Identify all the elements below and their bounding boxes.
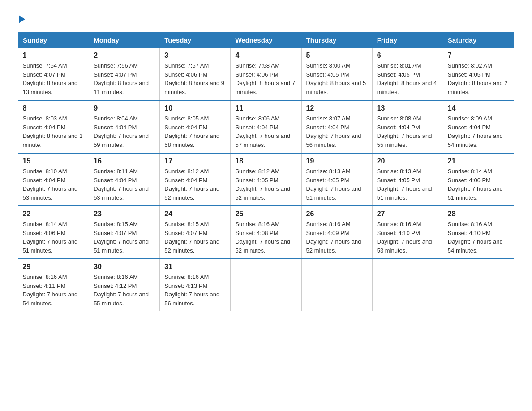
calendar-cell: 27 Sunrise: 8:16 AM Sunset: 4:10 PM Dayl… bbox=[372, 206, 443, 259]
calendar-cell bbox=[301, 259, 372, 311]
day-info: Sunrise: 8:10 AM Sunset: 4:04 PM Dayligh… bbox=[23, 167, 85, 202]
day-number: 14 bbox=[448, 104, 510, 112]
day-info: Sunrise: 8:12 AM Sunset: 4:04 PM Dayligh… bbox=[164, 167, 226, 202]
day-info: Sunrise: 8:01 AM Sunset: 4:05 PM Dayligh… bbox=[377, 61, 438, 96]
day-number: 17 bbox=[164, 157, 226, 165]
day-info: Sunrise: 8:15 AM Sunset: 4:07 PM Dayligh… bbox=[94, 220, 155, 255]
day-info: Sunrise: 8:15 AM Sunset: 4:07 PM Dayligh… bbox=[164, 220, 226, 255]
page-header bbox=[18, 13, 514, 23]
day-number: 22 bbox=[23, 210, 85, 218]
header-friday: Friday bbox=[372, 33, 443, 48]
day-info: Sunrise: 8:09 AM Sunset: 4:04 PM Dayligh… bbox=[448, 114, 510, 149]
day-number: 4 bbox=[235, 51, 296, 60]
day-number: 20 bbox=[377, 157, 438, 165]
day-number: 10 bbox=[164, 104, 226, 112]
day-number: 12 bbox=[306, 104, 368, 112]
calendar-cell: 30 Sunrise: 8:16 AM Sunset: 4:12 PM Dayl… bbox=[89, 259, 160, 311]
day-info: Sunrise: 8:14 AM Sunset: 4:06 PM Dayligh… bbox=[23, 220, 85, 255]
day-info: Sunrise: 7:54 AM Sunset: 4:07 PM Dayligh… bbox=[23, 61, 85, 96]
calendar-cell: 8 Sunrise: 8:03 AM Sunset: 4:04 PM Dayli… bbox=[18, 100, 89, 153]
calendar-cell: 16 Sunrise: 8:11 AM Sunset: 4:04 PM Dayl… bbox=[89, 153, 160, 206]
calendar-cell: 23 Sunrise: 8:15 AM Sunset: 4:07 PM Dayl… bbox=[89, 206, 160, 259]
calendar-cell: 15 Sunrise: 8:10 AM Sunset: 4:04 PM Dayl… bbox=[18, 153, 89, 206]
calendar-cell: 10 Sunrise: 8:05 AM Sunset: 4:04 PM Dayl… bbox=[160, 100, 231, 153]
calendar-cell: 20 Sunrise: 8:13 AM Sunset: 4:05 PM Dayl… bbox=[372, 153, 443, 206]
calendar-cell: 9 Sunrise: 8:04 AM Sunset: 4:04 PM Dayli… bbox=[89, 100, 160, 153]
day-number: 15 bbox=[23, 157, 85, 165]
header-sunday: Sunday bbox=[18, 33, 89, 48]
calendar-cell: 11 Sunrise: 8:06 AM Sunset: 4:04 PM Dayl… bbox=[231, 100, 301, 153]
calendar-week-row: 22 Sunrise: 8:14 AM Sunset: 4:06 PM Dayl… bbox=[18, 206, 514, 259]
calendar-cell: 31 Sunrise: 8:16 AM Sunset: 4:13 PM Dayl… bbox=[160, 259, 231, 311]
calendar-cell: 17 Sunrise: 8:12 AM Sunset: 4:04 PM Dayl… bbox=[160, 153, 231, 206]
logo bbox=[18, 13, 25, 23]
calendar-week-row: 1 Sunrise: 7:54 AM Sunset: 4:07 PM Dayli… bbox=[18, 48, 514, 101]
calendar-week-row: 15 Sunrise: 8:10 AM Sunset: 4:04 PM Dayl… bbox=[18, 153, 514, 206]
calendar-week-row: 8 Sunrise: 8:03 AM Sunset: 4:04 PM Dayli… bbox=[18, 100, 514, 153]
calendar-header-row: SundayMondayTuesdayWednesdayThursdayFrid… bbox=[18, 33, 514, 48]
day-number: 25 bbox=[235, 210, 296, 218]
calendar-cell: 28 Sunrise: 8:16 AM Sunset: 4:10 PM Dayl… bbox=[443, 206, 514, 259]
day-info: Sunrise: 8:12 AM Sunset: 4:05 PM Dayligh… bbox=[235, 167, 296, 202]
calendar-cell: 3 Sunrise: 7:57 AM Sunset: 4:06 PM Dayli… bbox=[160, 48, 231, 101]
day-info: Sunrise: 8:16 AM Sunset: 4:09 PM Dayligh… bbox=[306, 220, 368, 255]
calendar-cell: 2 Sunrise: 7:56 AM Sunset: 4:07 PM Dayli… bbox=[89, 48, 160, 101]
day-number: 31 bbox=[164, 263, 226, 271]
day-number: 26 bbox=[306, 210, 368, 218]
day-number: 30 bbox=[94, 263, 155, 271]
header-tuesday: Tuesday bbox=[160, 33, 231, 48]
day-info: Sunrise: 8:04 AM Sunset: 4:04 PM Dayligh… bbox=[94, 114, 155, 149]
day-number: 19 bbox=[306, 157, 368, 165]
calendar-table: SundayMondayTuesdayWednesdayThursdayFrid… bbox=[18, 32, 514, 311]
calendar-cell: 12 Sunrise: 8:07 AM Sunset: 4:04 PM Dayl… bbox=[301, 100, 372, 153]
calendar-cell: 6 Sunrise: 8:01 AM Sunset: 4:05 PM Dayli… bbox=[372, 48, 443, 101]
day-info: Sunrise: 8:02 AM Sunset: 4:05 PM Dayligh… bbox=[448, 61, 510, 96]
day-number: 16 bbox=[94, 157, 155, 165]
day-info: Sunrise: 8:08 AM Sunset: 4:04 PM Dayligh… bbox=[377, 114, 438, 149]
day-info: Sunrise: 8:13 AM Sunset: 4:05 PM Dayligh… bbox=[306, 167, 368, 202]
day-info: Sunrise: 8:16 AM Sunset: 4:12 PM Dayligh… bbox=[94, 273, 155, 308]
calendar-cell: 18 Sunrise: 8:12 AM Sunset: 4:05 PM Dayl… bbox=[231, 153, 301, 206]
calendar-cell bbox=[231, 259, 301, 311]
calendar-cell: 29 Sunrise: 8:16 AM Sunset: 4:11 PM Dayl… bbox=[18, 259, 89, 311]
calendar-cell: 4 Sunrise: 7:58 AM Sunset: 4:06 PM Dayli… bbox=[231, 48, 301, 101]
day-number: 13 bbox=[377, 104, 438, 112]
calendar-cell: 24 Sunrise: 8:15 AM Sunset: 4:07 PM Dayl… bbox=[160, 206, 231, 259]
day-number: 3 bbox=[164, 51, 226, 60]
day-info: Sunrise: 8:16 AM Sunset: 4:08 PM Dayligh… bbox=[235, 220, 296, 255]
calendar-cell bbox=[443, 259, 514, 311]
calendar-cell: 21 Sunrise: 8:14 AM Sunset: 4:06 PM Dayl… bbox=[443, 153, 514, 206]
calendar-week-row: 29 Sunrise: 8:16 AM Sunset: 4:11 PM Dayl… bbox=[18, 259, 514, 311]
header-saturday: Saturday bbox=[443, 33, 514, 48]
day-number: 28 bbox=[448, 210, 510, 218]
day-number: 1 bbox=[23, 51, 85, 60]
day-number: 6 bbox=[377, 51, 438, 60]
day-info: Sunrise: 7:58 AM Sunset: 4:06 PM Dayligh… bbox=[235, 61, 296, 96]
day-number: 21 bbox=[448, 157, 510, 165]
day-info: Sunrise: 8:13 AM Sunset: 4:05 PM Dayligh… bbox=[377, 167, 438, 202]
calendar-cell: 26 Sunrise: 8:16 AM Sunset: 4:09 PM Dayl… bbox=[301, 206, 372, 259]
calendar-cell: 19 Sunrise: 8:13 AM Sunset: 4:05 PM Dayl… bbox=[301, 153, 372, 206]
day-info: Sunrise: 8:16 AM Sunset: 4:13 PM Dayligh… bbox=[164, 273, 226, 308]
calendar-cell: 25 Sunrise: 8:16 AM Sunset: 4:08 PM Dayl… bbox=[231, 206, 301, 259]
day-info: Sunrise: 8:07 AM Sunset: 4:04 PM Dayligh… bbox=[306, 114, 368, 149]
day-number: 24 bbox=[164, 210, 226, 218]
day-number: 5 bbox=[306, 51, 368, 60]
day-info: Sunrise: 8:06 AM Sunset: 4:04 PM Dayligh… bbox=[235, 114, 296, 149]
day-number: 18 bbox=[235, 157, 296, 165]
calendar-cell: 14 Sunrise: 8:09 AM Sunset: 4:04 PM Dayl… bbox=[443, 100, 514, 153]
header-wednesday: Wednesday bbox=[231, 33, 301, 48]
calendar-cell: 1 Sunrise: 7:54 AM Sunset: 4:07 PM Dayli… bbox=[18, 48, 89, 101]
day-info: Sunrise: 8:00 AM Sunset: 4:05 PM Dayligh… bbox=[306, 61, 368, 96]
day-info: Sunrise: 8:11 AM Sunset: 4:04 PM Dayligh… bbox=[94, 167, 155, 202]
calendar-cell: 13 Sunrise: 8:08 AM Sunset: 4:04 PM Dayl… bbox=[372, 100, 443, 153]
day-number: 9 bbox=[94, 104, 155, 112]
day-number: 23 bbox=[94, 210, 155, 218]
day-info: Sunrise: 8:16 AM Sunset: 4:11 PM Dayligh… bbox=[23, 273, 85, 308]
header-monday: Monday bbox=[89, 33, 160, 48]
logo-arrow-icon bbox=[19, 15, 25, 23]
day-info: Sunrise: 8:16 AM Sunset: 4:10 PM Dayligh… bbox=[377, 220, 438, 255]
day-number: 29 bbox=[23, 263, 85, 271]
day-info: Sunrise: 8:05 AM Sunset: 4:04 PM Dayligh… bbox=[164, 114, 226, 149]
day-number: 2 bbox=[94, 51, 155, 60]
